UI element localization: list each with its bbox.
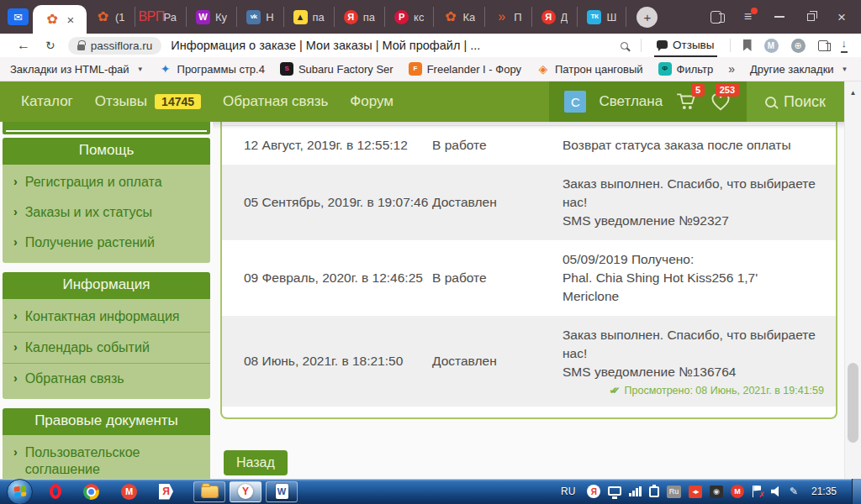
tab-images[interactable]: ▲па <box>284 7 335 27</box>
sidebar-link[interactable]: ›Календарь событий <box>3 333 210 364</box>
sidebar-link[interactable]: ›Получение растений <box>3 228 210 258</box>
start-button[interactable] <box>7 479 33 504</box>
avatar[interactable]: С <box>564 91 586 113</box>
tab-vk[interactable]: vkН <box>237 7 283 27</box>
nav-label: Форум <box>350 93 394 110</box>
new-tab-button[interactable]: + <box>637 7 658 28</box>
sidebar-link[interactable]: ›Заказы и их статусы <box>3 197 210 228</box>
collections-icon[interactable] <box>818 40 828 51</box>
tab-passiflora-2[interactable]: ✿Ка <box>434 7 485 27</box>
active-tab[interactable]: ✿ × <box>33 5 87 34</box>
back-icon[interactable]: ← <box>17 39 30 52</box>
red-arrows-tray-icon[interactable]: ◂▸ <box>689 486 702 498</box>
restore-window-icon[interactable] <box>807 13 815 21</box>
tab-brp[interactable]: ВРПРа <box>135 7 187 27</box>
display-tray-icon[interactable] <box>608 486 621 496</box>
sidebar-link[interactable]: ›Пользовательское соглашение <box>3 438 210 479</box>
extension-m-icon[interactable]: M <box>764 39 779 53</box>
search-button[interactable]: Поиск <box>747 81 844 122</box>
favorites-button[interactable]: 253 <box>710 92 732 112</box>
comment-line: 05/09/2019 Получено: <box>563 250 824 269</box>
url-field[interactable]: passiflora.ru <box>68 37 162 55</box>
favicon: Я <box>344 10 358 24</box>
gmail-tray-icon[interactable]: M <box>731 485 744 498</box>
tab-arrows[interactable]: »П <box>485 7 531 27</box>
reviews-button[interactable]: Отзывы <box>654 34 716 57</box>
yandex-flag-icon[interactable]: Я <box>159 484 173 500</box>
nav-feedback[interactable]: Обратная связь <box>212 93 339 110</box>
sidebar: Помощь›Регистрация и оплата›Заказы и их … <box>0 122 213 479</box>
favicon: » <box>494 10 509 24</box>
back-button[interactable]: Назад <box>224 450 288 475</box>
language-indicator[interactable]: RU <box>561 486 575 497</box>
bookmark-filter[interactable]: ФФильтр <box>658 62 714 76</box>
chrome-icon[interactable] <box>83 484 99 500</box>
taskbar-clock[interactable]: 21:35 <box>811 486 837 497</box>
lock-icon <box>77 45 85 50</box>
tab-passiflora-count[interactable]: ✿(1 <box>87 7 135 27</box>
favicon: Я <box>541 10 556 24</box>
caret-down-icon: ▼ <box>137 66 144 73</box>
tab-pinterest[interactable]: Pкс <box>385 7 434 27</box>
explorer-taskbar-button[interactable] <box>193 481 225 502</box>
volume-icon[interactable] <box>771 486 782 497</box>
dark-tray-icon[interactable]: ◉ <box>710 486 723 498</box>
nav-catalog[interactable]: Каталог <box>10 93 84 110</box>
tab-yandex-2[interactable]: ЯД <box>532 7 578 27</box>
order-status-row: 12 Август, 2019г. в 12:55:12В работеВозв… <box>222 126 836 165</box>
url-text: passiflora.ru <box>91 39 153 52</box>
tab-title: па <box>313 11 325 24</box>
zoom-search-icon[interactable] <box>621 42 628 50</box>
tab-w[interactable]: WКу <box>187 7 237 27</box>
network-signal-icon[interactable] <box>629 486 642 496</box>
opera-icon[interactable] <box>50 484 61 499</box>
bookmarks-overflow-icon[interactable]: » <box>728 62 735 76</box>
bookmark-patron[interactable]: ◈Патрон цанговый <box>536 62 643 76</box>
downloads-icon[interactable]: ↓ <box>841 38 848 52</box>
tab-title: Ра <box>164 11 177 24</box>
show-desktop-button[interactable] <box>852 479 861 504</box>
bookmark-programs[interactable]: ✦Программы стр.4 <box>159 62 265 76</box>
sidebar-section-title: Помощь <box>3 138 210 165</box>
sidebar-link-label: Регистрация и оплата <box>25 174 162 191</box>
minimize-icon[interactable] <box>774 16 784 18</box>
word-taskbar-button[interactable]: W <box>266 481 298 502</box>
sidebar-section: Правовые документы›Пользовательское согл… <box>3 408 210 479</box>
scrollbar-thumb[interactable] <box>848 363 858 443</box>
tab-title: кс <box>414 11 424 24</box>
yandex-tray-icon[interactable]: Я <box>587 485 600 498</box>
user-name[interactable]: Светлана <box>599 93 663 110</box>
screenshot-pen-icon[interactable]: ✎ <box>790 486 798 496</box>
gmail-icon[interactable]: M <box>121 484 137 500</box>
tabs-panel-icon[interactable] <box>710 11 721 24</box>
sidebar-link[interactable]: ›Обратная связь <box>3 364 210 394</box>
tab-tk[interactable]: ТКШ <box>578 7 626 27</box>
sidebar-link[interactable]: ›Контактная информация <box>3 302 210 333</box>
yandex-browser-taskbar-button[interactable]: Y <box>230 481 261 502</box>
bookmark-subaru[interactable]: SSubaru Factory Ser <box>280 62 394 76</box>
cart-button[interactable]: 5 <box>675 92 697 112</box>
bookmark-label: Программы стр.4 <box>177 63 265 76</box>
sidebar-link[interactable]: ›Регистрация и оплата <box>3 167 210 197</box>
browser-menu-icon[interactable]: ≡ <box>744 10 752 24</box>
sidebar-link-label: Календарь событий <box>25 339 150 356</box>
nav-forum[interactable]: Форум <box>339 93 404 110</box>
tab-yandex-1[interactable]: Япа <box>335 7 385 27</box>
divider <box>730 39 731 52</box>
reload-icon[interactable]: ↻ <box>45 39 55 51</box>
close-window-icon[interactable]: × <box>837 10 846 24</box>
page-scrollbar[interactable]: ▲ <box>844 81 861 479</box>
action-center-flag-icon[interactable]: ✗ <box>752 486 763 498</box>
mail-icon[interactable]: ✉ <box>8 8 29 25</box>
clipboard-tray-icon[interactable] <box>649 486 659 497</box>
bookmark-freelander[interactable]: FFreelander I - Фору <box>409 62 521 76</box>
nav-reviews[interactable]: Отзывы14745 <box>84 93 212 110</box>
bookmarks-folder[interactable]: Закладки из HTML-фай ▼ <box>10 63 144 76</box>
protect-globe-icon[interactable]: ⊕ <box>791 39 806 53</box>
bookmark-ribbon-icon[interactable] <box>743 39 752 51</box>
other-bookmarks[interactable]: Другие закладки ▼ <box>750 63 848 76</box>
punto-switcher-icon[interactable]: Ru <box>667 486 681 498</box>
order-comment: 05/09/2019 Получено:Phal. Chia Shing Hot… <box>563 250 836 306</box>
scroll-up-arrow-icon[interactable]: ▲ <box>845 89 861 97</box>
close-tab-icon[interactable]: × <box>67 13 75 26</box>
